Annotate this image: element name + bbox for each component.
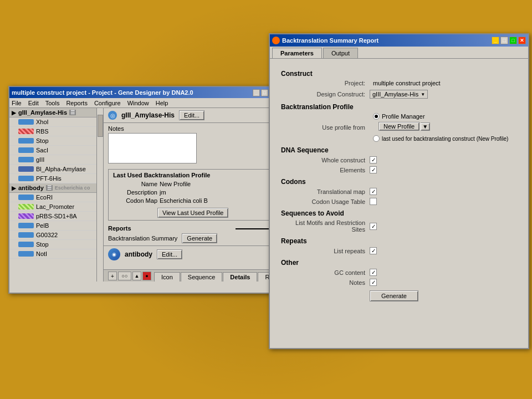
sidebar-group-2[interactable]: ▶ antibody ☰ Escherichia co (9, 183, 103, 193)
sidebar-group2-name: antibody (18, 185, 44, 191)
design-construct-dropdown[interactable]: gIII_Amylase-His ▼ (370, 90, 428, 99)
new-profile-button[interactable]: New Profile (378, 122, 420, 131)
gene-designer-menubar: File Edit Tools Reports Configure Window… (9, 98, 279, 108)
menu-reports[interactable]: Reports (66, 100, 88, 106)
construct2-title: antibody (125, 250, 152, 258)
sidebar-item-xhoi[interactable]: XhoI (9, 117, 103, 127)
g00322-bar (18, 232, 34, 238)
add-construct-button[interactable]: + (108, 272, 117, 280)
profile-codon-row: Codon Map Escherichia coli B (113, 197, 269, 204)
sidebar-item-rbs[interactable]: RBS (9, 127, 103, 136)
sidebar-item-pelb[interactable]: PelB (9, 221, 103, 231)
whole-construct-checkbox[interactable] (370, 156, 377, 163)
sidebar-scrollbar[interactable] (96, 108, 103, 282)
project-row: Project: multiple construct project (281, 80, 517, 86)
pft6his-bar (18, 176, 34, 181)
profile-section-title: Backtranslation Profile (281, 103, 517, 111)
notes-area: Notes (104, 123, 279, 167)
profile-title: Last Used Backtranslation Profile (113, 172, 269, 178)
btr-generate-button[interactable]: Generate (370, 290, 418, 301)
lac-promoter-bar (18, 204, 34, 209)
construct2-icon-text: ◉ (112, 252, 116, 257)
menu-window[interactable]: Window (127, 100, 149, 106)
btr-title: Backtranslation Summary Report (282, 37, 378, 44)
sidebar-item-stop1[interactable]: Stop (9, 136, 103, 146)
project-label: Project: (281, 80, 370, 86)
prbs-bar (18, 213, 34, 219)
stop1-bar (18, 138, 34, 144)
btr-notes-label: Notes (281, 279, 370, 286)
codon-usage-table-checkbox[interactable] (370, 198, 377, 205)
btr-restore-button[interactable]: □ (500, 37, 508, 44)
tab-icon[interactable]: Icon (154, 272, 180, 282)
sidebar-item-ecori[interactable]: EcoRI (9, 193, 103, 202)
bl-alpha-bar (18, 166, 34, 172)
sidebar-item-pft6his[interactable]: PFT-6His (9, 174, 103, 183)
construct1-icon: ◎ (108, 111, 117, 120)
menu-edit[interactable]: Edit (28, 100, 39, 106)
list-repeats-label: List repeats (281, 248, 370, 254)
btr-tab-output[interactable]: Output (323, 48, 358, 58)
sidebar-item-stop2[interactable]: Stop (9, 240, 103, 249)
sidebar-item-lac-promoter[interactable]: Lac_Promoter (9, 202, 103, 212)
backtranslation-summary-label: Backtranslation Summary (108, 235, 177, 242)
codon-usage-table-row: Codon Usage Table (281, 198, 517, 205)
btr-maximize-button[interactable]: □ (509, 37, 517, 44)
menu-file[interactable]: File (12, 100, 22, 106)
toggle-button[interactable]: ○○ (118, 272, 131, 280)
sidebar-item-label: Lac_Promoter (36, 203, 74, 210)
btr-close-button[interactable]: ✕ (518, 37, 526, 44)
sidebar-item-saci[interactable]: SacI (9, 146, 103, 155)
gene-designer-titlebar: multiple construct project - Project - G… (9, 87, 279, 98)
maximize-button[interactable]: □ (261, 89, 268, 96)
list-repeats-checkbox[interactable] (370, 247, 377, 254)
sidebar-item-giii[interactable]: gIII (9, 155, 103, 165)
up-button[interactable]: ▲ (132, 272, 141, 280)
construct1-edit-button[interactable]: Edit... (179, 110, 204, 120)
repeats-section-title: Repeats (281, 237, 517, 245)
sidebar-item-label: SacI (36, 147, 48, 154)
construct1-title: gIII_Amylase-His (121, 111, 175, 119)
delete-button[interactable]: ● (142, 272, 151, 280)
profile-manager-radio[interactable] (373, 113, 380, 120)
sidebar-item-noti[interactable]: NotI (9, 249, 103, 259)
notes-input[interactable] (108, 133, 197, 163)
construct2-edit-button[interactable]: Edit... (157, 249, 182, 259)
menu-tools[interactable]: Tools (45, 100, 60, 106)
tab-details[interactable]: Details (223, 272, 257, 282)
sidebar-group-1[interactable]: ▶ gIII_Amylase-His ☰ (9, 108, 103, 117)
profile-desc-label: Description (113, 189, 157, 196)
dropdown-arrow-icon: ▼ (421, 92, 425, 97)
menu-configure[interactable]: Configure (94, 100, 121, 106)
gd-generate-button[interactable]: Generate (182, 233, 217, 243)
btr-tab-parameters[interactable]: Parameters (272, 48, 322, 58)
last-used-radio[interactable] (373, 135, 380, 142)
design-construct-selected: gIII_Amylase-His (372, 91, 418, 98)
profile-name-row: Name New Profile (113, 181, 269, 187)
design-construct-label: Design Construct: (281, 91, 370, 98)
scrollbar-thumb[interactable] (98, 115, 103, 137)
menu-help[interactable]: Help (156, 100, 168, 106)
new-profile-dropdown-button[interactable]: ▼ (421, 122, 430, 131)
new-profile-area: New Profile ▼ (375, 122, 508, 131)
gc-content-checkbox[interactable] (370, 269, 377, 276)
sidebar-item-g00322[interactable]: G00322 (9, 231, 103, 240)
view-last-profile-button[interactable]: View Last Used Profile (157, 208, 228, 218)
sidebar-item-bl-alpha[interactable]: Bl_Alpha-Amylase (9, 165, 103, 174)
stop2-bar (18, 242, 34, 247)
tab-sequence[interactable]: Sequence (181, 272, 223, 282)
sidebar-item-prbs[interactable]: pRBS-SD1+8A (9, 212, 103, 221)
construct1-icon-text: ◎ (110, 112, 115, 119)
list-motifs-checkbox[interactable] (370, 223, 377, 230)
btr-minimize-button[interactable]: _ (492, 37, 499, 44)
reports-title: Reports (108, 225, 274, 232)
sidebar-item-label: Stop (36, 137, 49, 144)
translational-map-label: Translational map (281, 188, 370, 195)
profile-name-label: Name (113, 181, 157, 187)
btr-notes-checkbox[interactable] (370, 279, 377, 286)
translational-map-checkbox[interactable] (370, 188, 377, 195)
elements-checkbox[interactable] (370, 166, 377, 173)
last-used-row: last used for backtranslating construct … (373, 135, 508, 142)
minimize-button[interactable]: _ (253, 89, 260, 96)
translational-map-row: Translational map (281, 188, 517, 195)
